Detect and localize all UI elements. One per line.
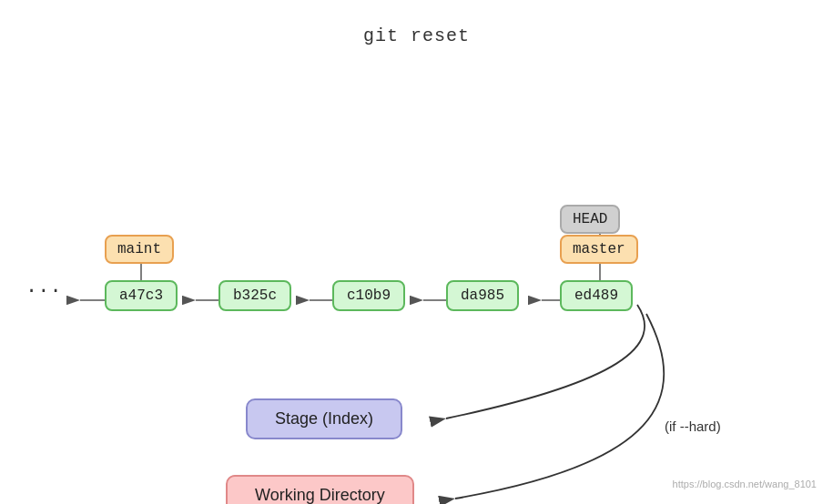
label-head: HEAD	[560, 205, 620, 234]
arrows-svg	[0, 55, 833, 504]
commit-da985: da985	[446, 280, 519, 311]
stage-box: Stage (Index)	[246, 398, 402, 439]
workdir-box: Working Directory	[226, 475, 414, 504]
ellipsis: ···	[25, 280, 62, 303]
watermark: https://blog.csdn.net/wang_8101	[673, 479, 817, 489]
label-maint: maint	[105, 235, 174, 264]
commit-b325c: b325c	[218, 280, 291, 311]
commit-a47c3: a47c3	[105, 280, 178, 311]
annotation-hard: (if --hard)	[665, 418, 721, 434]
diagram-area: ··· a47c3 b325c c10b9 da985 ed489 maint …	[0, 55, 833, 500]
commit-ed489: ed489	[560, 280, 633, 311]
commit-c10b9: c10b9	[332, 280, 405, 311]
page-title: git reset	[0, 0, 833, 46]
label-master: master	[560, 235, 638, 264]
